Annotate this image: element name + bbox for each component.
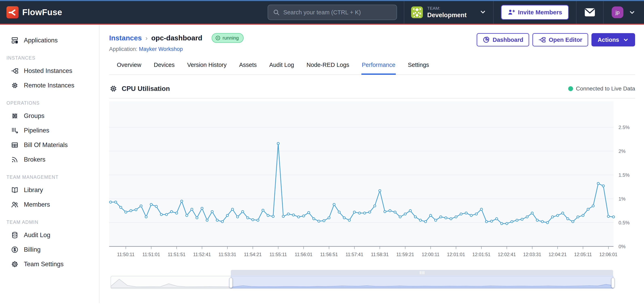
team-search[interactable]: [268, 5, 397, 20]
tab-overview[interactable]: Overview: [116, 60, 142, 75]
pipelines-icon: [11, 127, 18, 134]
status-badge: running: [212, 33, 244, 43]
sidebar-item-label: Groups: [24, 112, 44, 120]
svg-text:11:51:51: 11:51:51: [168, 252, 186, 257]
sidebar-item-remote-instances[interactable]: Remote Instances: [0, 78, 99, 93]
tab-version-history[interactable]: Version History: [187, 60, 227, 75]
svg-text:11:57:41: 11:57:41: [346, 252, 363, 257]
team-name: Development: [427, 11, 475, 19]
team-avatar: [411, 6, 423, 18]
live-dot-icon: [568, 86, 573, 91]
database-icon: [11, 231, 18, 239]
rss-icon: [11, 156, 18, 163]
brush-right-handle[interactable]: [611, 278, 615, 288]
invite-members-button[interactable]: Invite Members: [501, 5, 569, 20]
pie-chart-icon: [482, 36, 490, 43]
play-circle-icon: [215, 35, 220, 41]
sidebar-item-billing[interactable]: Billing: [0, 242, 99, 257]
svg-text:12:05:11: 12:05:11: [574, 252, 592, 257]
team-selector[interactable]: TEAM: Development: [404, 6, 493, 19]
svg-text:11:58:31: 11:58:31: [371, 252, 389, 257]
sidebar-item-label: Audit Log: [24, 232, 50, 239]
chevron-down-icon: [480, 8, 486, 16]
svg-text:11:50:11: 11:50:11: [117, 252, 134, 257]
svg-text:11:51:01: 11:51:01: [142, 252, 160, 257]
svg-text:11:54:21: 11:54:21: [244, 252, 262, 257]
notifications-button[interactable]: [576, 8, 603, 16]
applications-icon: [11, 36, 18, 44]
gear-icon: [11, 260, 18, 268]
svg-text:12:01:51: 12:01:51: [472, 252, 490, 257]
sidebar-item-pipelines[interactable]: Pipelines: [0, 123, 99, 138]
sidebar-item-label: Library: [24, 186, 43, 194]
tab-node-red-logs[interactable]: Node-RED Logs: [306, 60, 350, 75]
sidebar-item-brokers[interactable]: Brokers: [0, 152, 99, 167]
dashboard-button[interactable]: Dashboard: [477, 33, 529, 46]
status-label: running: [222, 35, 239, 41]
svg-text:2%: 2%: [618, 148, 626, 154]
tab-audit-log[interactable]: Audit Log: [269, 60, 294, 75]
tab-bar: OverviewDevicesVersion HistoryAssetsAudi…: [109, 60, 635, 75]
invite-members-label: Invite Members: [518, 9, 562, 16]
sidebar-item-library[interactable]: Library: [0, 183, 99, 197]
sidebar-item-label: Remote Instances: [24, 82, 74, 89]
sidebar-item-applications[interactable]: Applications: [0, 33, 99, 48]
svg-text:11:56:51: 11:56:51: [320, 252, 338, 257]
svg-text:12:01:01: 12:01:01: [447, 252, 465, 257]
svg-text:12:06:01: 12:06:01: [599, 252, 618, 257]
tab-devices[interactable]: Devices: [154, 60, 175, 75]
brush-selection-body[interactable]: [231, 276, 613, 289]
sidebar-item-groups[interactable]: Groups: [0, 109, 99, 123]
sidebar-nav: ApplicationsINSTANCESHosted InstancesRem…: [0, 25, 100, 303]
sidebar-item-members[interactable]: Members: [0, 197, 99, 212]
tab-settings[interactable]: Settings: [408, 60, 430, 75]
envelope-icon: [584, 8, 595, 16]
svg-text:12:03:31: 12:03:31: [523, 252, 541, 257]
user-menu[interactable]: jp: [604, 6, 636, 18]
branch-icon: [538, 36, 546, 44]
sidebar-section-team-management: TEAM MANAGEMENT: [0, 167, 99, 183]
page-header: Instances › opc-dashboard running Applic…: [109, 33, 635, 52]
application-link[interactable]: Mayker Workshop: [139, 46, 183, 52]
svg-text:11:55:11: 11:55:11: [270, 252, 287, 257]
tab-performance[interactable]: Performance: [362, 60, 396, 75]
grip-icon: [420, 271, 421, 274]
breadcrumb-separator: ›: [145, 34, 148, 42]
sidebar-item-team-settings[interactable]: Team Settings: [0, 257, 99, 272]
top-navbar: FlowFuse: [0, 0, 644, 25]
svg-text:0%: 0%: [618, 244, 626, 249]
tab-assets[interactable]: Assets: [239, 60, 257, 75]
actions-button[interactable]: Actions: [592, 33, 635, 46]
brush-left-handle[interactable]: [229, 278, 233, 288]
sidebar-item-hosted-instances[interactable]: Hosted Instances: [0, 64, 99, 78]
main-content: Instances › opc-dashboard running Applic…: [100, 25, 644, 303]
sidebar-item-label: Applications: [24, 37, 58, 44]
open-editor-button[interactable]: Open Editor: [532, 33, 588, 46]
sidebar-section-operations: OPERATIONS: [0, 93, 99, 109]
actions-label: Actions: [598, 36, 619, 43]
breadcrumb-instances-link[interactable]: Instances: [109, 34, 142, 42]
dollar-icon: [11, 246, 18, 254]
cpu-icon: [109, 84, 118, 93]
cpu-utilisation-chart: 0%0.5%1%1.5%2%2.5%11:50:1111:51:0111:51:…: [109, 101, 635, 261]
cpu-chart-area: 0%0.5%1%1.5%2%2.5%11:50:1111:51:0111:51:…: [109, 101, 635, 262]
brush-drag-bar[interactable]: [231, 270, 613, 276]
open-editor-label: Open Editor: [549, 36, 582, 43]
sidebar-section-team-admin: TEAM ADMIN: [0, 212, 99, 228]
live-status-label: Connected to Live Data: [576, 85, 635, 92]
sidebar-section-instances: INSTANCES: [0, 48, 99, 64]
time-range-brush[interactable]: [109, 270, 635, 289]
brush-selection[interactable]: [231, 270, 613, 289]
flowfuse-brand[interactable]: FlowFuse: [6, 6, 62, 18]
sidebar-item-audit-log[interactable]: Audit Log: [0, 228, 99, 242]
sidebar-item-bill-of-materials[interactable]: Bill Of Materials: [0, 138, 99, 152]
navbar-divider: [493, 1, 494, 24]
svg-text:11:52:41: 11:52:41: [193, 252, 211, 257]
application-line: Application: Mayker Workshop: [109, 46, 244, 52]
sidebar-item-label: Bill Of Materials: [24, 141, 68, 149]
svg-text:0.5%: 0.5%: [618, 220, 630, 225]
chevron-down-icon: [629, 9, 636, 16]
svg-text:11:53:31: 11:53:31: [218, 252, 236, 257]
search-input[interactable]: [284, 9, 392, 16]
live-indicator: Connected to Live Data: [568, 85, 635, 92]
